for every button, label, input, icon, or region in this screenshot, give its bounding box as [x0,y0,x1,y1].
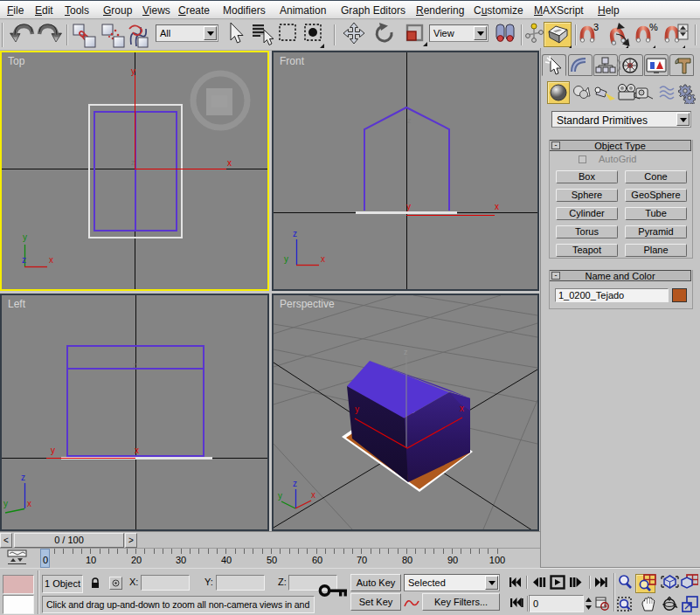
svg-text:x: x [27,499,31,508]
svg-text:z: z [407,116,412,125]
svg-text:100: 100 [489,555,505,565]
svg-text:x: x [311,490,315,500]
svg-text:z: z [21,473,25,482]
svg-text:z: z [22,255,26,265]
svg-text:x: x [135,446,139,455]
svg-text:20: 20 [131,555,142,565]
svg-text:y: y [3,499,8,508]
svg-text:z: z [293,479,297,488]
svg-text:3: 3 [593,22,599,32]
svg-text:x: x [495,202,499,211]
svg-text:y: y [131,66,135,76]
svg-text:60: 60 [312,555,322,565]
svg-text:30: 30 [176,555,186,565]
svg-text:x: x [49,255,53,265]
svg-text:y: y [284,254,288,264]
svg-text:z: z [404,348,408,356]
svg-text:y: y [278,491,282,501]
svg-text:80: 80 [402,555,412,565]
svg-text:40: 40 [221,555,232,565]
svg-text:y: y [406,202,411,211]
svg-text:x: x [460,404,464,413]
svg-text:90: 90 [447,555,458,565]
svg-text:z: z [293,229,297,238]
svg-text:0: 0 [43,555,48,565]
svg-text:x: x [227,158,232,168]
svg-text:z: z [131,158,135,167]
svg-text:%: % [649,22,658,32]
svg-text:y: y [51,446,55,455]
svg-text:x: x [321,254,325,264]
svg-text:y: y [355,404,359,414]
svg-text:70: 70 [357,555,367,565]
svg-text:50: 50 [267,555,277,565]
svg-text:10: 10 [86,555,96,565]
svg-text:z: z [133,361,137,370]
svg-text:y: y [23,232,27,242]
